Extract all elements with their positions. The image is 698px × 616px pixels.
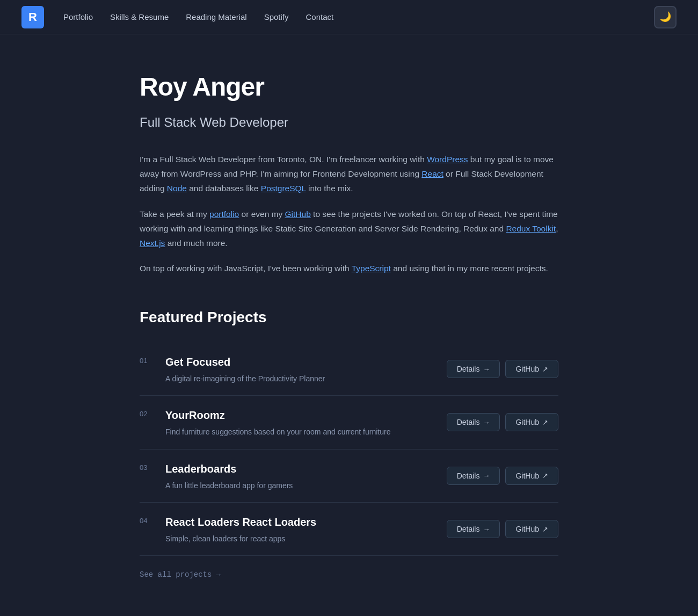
featured-projects-section: Featured Projects 01 Get Focused A digit… xyxy=(140,306,558,581)
node-link[interactable]: Node xyxy=(167,184,187,193)
project-item-2: 02 YourRoomz Find furniture suggestions … xyxy=(140,396,558,449)
external-link-icon-1: ↗ xyxy=(542,365,548,373)
project-info-3: Leaderboards A fun little leaderboard ap… xyxy=(165,460,293,491)
bio-paragraph-2: Take a peek at my portfolio or even my G… xyxy=(140,207,558,250)
project-item-4: 04 React Loaders React Loaders Simple, c… xyxy=(140,503,558,556)
project-actions-1: Details → GitHub ↗ xyxy=(447,360,558,378)
project-number-2: 02 xyxy=(140,407,155,420)
project-details-button-4[interactable]: Details → xyxy=(447,520,500,538)
typescript-link[interactable]: TypeScript xyxy=(352,264,391,273)
nav-link-skills[interactable]: Skills & Resume xyxy=(110,11,169,24)
project-desc-1: A digital re-imagining of the Productivi… xyxy=(165,373,325,385)
project-left-2: 02 YourRoomz Find furniture suggestions … xyxy=(140,407,390,438)
github-label-2: GitHub xyxy=(515,418,539,426)
github-label-4: GitHub xyxy=(515,525,539,533)
github-link[interactable]: GitHub xyxy=(285,209,311,219)
project-item-1: 01 Get Focused A digital re-imagining of… xyxy=(140,343,558,396)
theme-toggle-button[interactable]: 🌙 xyxy=(654,6,677,28)
external-link-icon-2: ↗ xyxy=(542,418,548,426)
nav-logo[interactable]: R xyxy=(21,6,44,28)
project-actions-2: Details → GitHub ↗ xyxy=(447,413,558,431)
postgres-link[interactable]: PostgreSQL xyxy=(261,184,306,193)
see-all-projects-link[interactable]: See all projects → xyxy=(140,569,221,581)
articles-section: Articles 01 Tailwind vs SASS Read ↗ xyxy=(140,611,558,616)
details-label-4: Details xyxy=(457,525,480,533)
project-name-3: Leaderboards xyxy=(165,460,293,477)
project-desc-3: A fun little leaderboard app for gamers xyxy=(165,480,293,491)
project-info-4: React Loaders React Loaders Simple, clea… xyxy=(165,513,316,545)
bio-p2-text-start: Take a peek at my xyxy=(140,209,209,219)
bio-section: I'm a Full Stack Web Developer from Toro… xyxy=(140,152,558,276)
articles-title: Articles xyxy=(140,611,558,616)
project-info-1: Get Focused A digital re-imagining of th… xyxy=(165,353,325,385)
see-all-arrow-icon: → xyxy=(216,569,220,581)
wordpress-link[interactable]: WordPress xyxy=(427,155,468,164)
bio-p2-text-end3: and much more. xyxy=(165,238,227,248)
project-number-4: 04 xyxy=(140,513,155,527)
featured-projects-title: Featured Projects xyxy=(140,306,558,330)
project-details-button-3[interactable]: Details → xyxy=(447,467,500,485)
project-left-1: 01 Get Focused A digital re-imagining of… xyxy=(140,353,325,385)
external-link-icon-3: ↗ xyxy=(542,472,548,480)
arrow-right-icon-1: → xyxy=(483,365,490,373)
project-number-3: 03 xyxy=(140,460,155,474)
navbar: R Portfolio Skills & Resume Reading Mate… xyxy=(0,0,698,34)
arrow-right-icon-4: → xyxy=(483,525,490,533)
project-name-1: Get Focused xyxy=(165,353,325,371)
bio-p1-text-start: I'm a Full Stack Web Developer from Toro… xyxy=(140,155,427,164)
bio-p2-text-end2: , xyxy=(556,224,558,233)
details-label-1: Details xyxy=(457,365,480,373)
github-label-3: GitHub xyxy=(515,472,539,480)
hero-section: Roy Anger Full Stack Web Developer xyxy=(140,67,558,133)
project-details-button-1[interactable]: Details → xyxy=(447,360,500,378)
hero-title: Full Stack Web Developer xyxy=(140,112,558,133)
project-name-2: YourRoomz xyxy=(165,407,390,424)
redux-toolkit-link[interactable]: Redux Toolkit xyxy=(506,224,556,233)
bio-p3-text-end: and using that in my more recent project… xyxy=(391,264,548,273)
project-left-3: 03 Leaderboards A fun little leaderboard… xyxy=(140,460,293,491)
external-link-icon-4: ↗ xyxy=(542,525,548,533)
hero-name: Roy Anger xyxy=(140,67,558,108)
nav-link-reading[interactable]: Reading Material xyxy=(186,11,246,24)
arrow-right-icon-3: → xyxy=(483,472,490,480)
portfolio-link[interactable]: portfolio xyxy=(209,209,239,219)
project-actions-3: Details → GitHub ↗ xyxy=(447,467,558,485)
project-desc-4: Simple, clean loaders for react apps xyxy=(165,533,316,545)
details-label-3: Details xyxy=(457,472,480,480)
project-github-button-2[interactable]: GitHub ↗ xyxy=(505,413,558,431)
see-all-label: See all projects xyxy=(140,569,212,581)
nav-link-portfolio[interactable]: Portfolio xyxy=(63,11,93,24)
nextjs-link[interactable]: Next.js xyxy=(140,238,165,248)
project-details-button-2[interactable]: Details → xyxy=(447,413,500,431)
main-content: Roy Anger Full Stack Web Developer I'm a… xyxy=(118,34,580,616)
project-info-2: YourRoomz Find furniture suggestions bas… xyxy=(165,407,390,438)
project-number-1: 01 xyxy=(140,353,155,367)
bio-paragraph-3: On top of working with JavaScript, I've … xyxy=(140,261,558,276)
project-github-button-4[interactable]: GitHub ↗ xyxy=(505,520,558,538)
project-name-4: React Loaders React Loaders xyxy=(165,513,316,531)
project-item-3: 03 Leaderboards A fun little leaderboard… xyxy=(140,450,558,503)
project-left-4: 04 React Loaders React Loaders Simple, c… xyxy=(140,513,316,545)
project-github-button-3[interactable]: GitHub ↗ xyxy=(505,467,558,485)
bio-p2-text-mid: or even my xyxy=(239,209,285,219)
bio-p3-text-start: On top of working with JavaScript, I've … xyxy=(140,264,352,273)
nav-link-spotify[interactable]: Spotify xyxy=(264,11,289,24)
nav-link-contact[interactable]: Contact xyxy=(306,11,334,24)
details-label-2: Details xyxy=(457,418,480,426)
project-github-button-1[interactable]: GitHub ↗ xyxy=(505,360,558,378)
project-actions-4: Details → GitHub ↗ xyxy=(447,520,558,538)
arrow-right-icon-2: → xyxy=(483,418,490,426)
project-desc-2: Find furniture suggestions based on your… xyxy=(165,426,390,438)
react-link[interactable]: React xyxy=(421,169,443,178)
github-label-1: GitHub xyxy=(515,365,539,373)
bio-p1-text-mid3: and databases like xyxy=(187,184,261,193)
nav-links: Portfolio Skills & Resume Reading Materi… xyxy=(63,11,654,24)
bio-p1-text-end: into the mix. xyxy=(306,184,353,193)
bio-paragraph-1: I'm a Full Stack Web Developer from Toro… xyxy=(140,152,558,195)
